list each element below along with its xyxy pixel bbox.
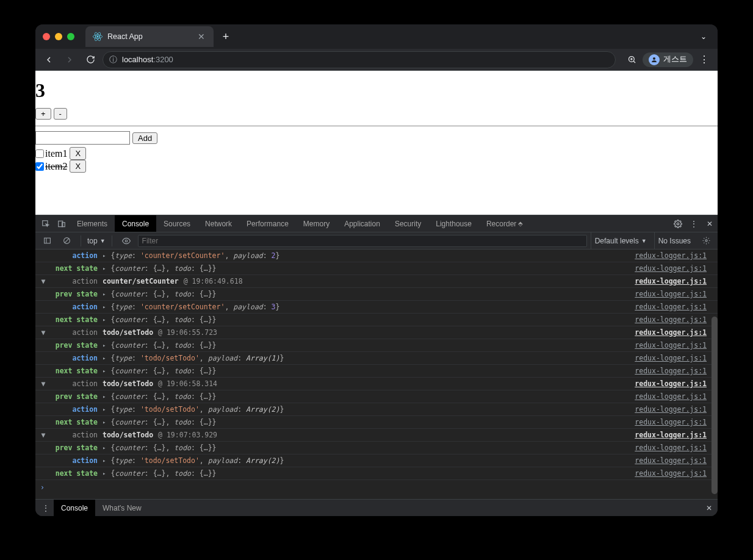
expand-icon[interactable] <box>39 454 48 467</box>
decrement-button[interactable]: - <box>54 108 67 120</box>
source-link[interactable]: redux-logger.js:1 <box>635 262 715 275</box>
remove-todo-button[interactable]: X <box>70 147 86 160</box>
expand-arrow-icon[interactable]: ▸ <box>103 262 106 275</box>
devtools-tab-memory[interactable]: Memory <box>296 215 337 232</box>
console-log-line[interactable]: prev state▸{counter: {…}, todo: {…}}redu… <box>35 288 718 301</box>
devtools-tab-sources[interactable]: Sources <box>156 215 198 232</box>
expand-icon[interactable] <box>39 416 48 428</box>
expand-arrow-icon[interactable]: ▸ <box>103 352 106 364</box>
address-bar[interactable]: ⓘ localhost:3200 <box>103 51 616 68</box>
expand-icon[interactable] <box>39 390 48 403</box>
expand-arrow-icon[interactable]: ▸ <box>103 301 106 313</box>
source-link[interactable]: redux-logger.js:1 <box>635 416 715 428</box>
browser-menu-button[interactable]: ⋮ <box>696 54 713 65</box>
source-link[interactable]: redux-logger.js:1 <box>635 275 715 287</box>
console-log-line[interactable]: next state▸{counter: {…}, todo: {…}}redu… <box>35 416 718 429</box>
forward-button[interactable] <box>61 51 78 68</box>
collapse-icon[interactable]: ▼ <box>39 378 48 390</box>
console-log-line[interactable]: ▼actiontodo/setTodo@ 19:06:58.314redux-l… <box>35 378 718 390</box>
source-link[interactable]: redux-logger.js:1 <box>635 378 715 390</box>
maximize-window-icon[interactable] <box>67 33 74 40</box>
console-log-line[interactable]: action▸{type: 'counter/setCounter', payl… <box>35 301 718 314</box>
console-prompt[interactable]: › <box>35 480 718 495</box>
devtools-tab-console[interactable]: Console <box>115 215 156 232</box>
expand-arrow-icon[interactable]: ▸ <box>103 390 106 403</box>
zoom-icon[interactable] <box>623 51 640 68</box>
expand-icon[interactable] <box>39 288 48 300</box>
expand-arrow-icon[interactable]: ▸ <box>103 365 106 377</box>
drawer-tab-what-s-new[interactable]: What's New <box>95 500 149 516</box>
console-log-line[interactable]: action▸{type: 'todo/setTodo', payload: A… <box>35 352 718 365</box>
todo-checkbox[interactable] <box>35 149 44 158</box>
expand-icon[interactable] <box>39 301 48 313</box>
source-link[interactable]: redux-logger.js:1 <box>635 365 715 377</box>
minimize-window-icon[interactable] <box>55 33 62 40</box>
close-tab-icon[interactable]: ✕ <box>196 32 206 41</box>
console-log-line[interactable]: ▼actiontodo/setTodo@ 19:07:03.929redux-l… <box>35 429 718 442</box>
drawer-close-icon[interactable]: ✕ <box>701 500 718 516</box>
devtools-tab-network[interactable]: Network <box>198 215 239 232</box>
reload-button[interactable] <box>82 51 99 68</box>
console-log-line[interactable]: next state▸{counter: {…}, todo: {…}}redu… <box>35 314 718 326</box>
source-link[interactable]: redux-logger.js:1 <box>635 339 715 351</box>
source-link[interactable]: redux-logger.js:1 <box>635 249 715 262</box>
live-expression-icon[interactable] <box>118 237 134 245</box>
expand-arrow-icon[interactable]: ▸ <box>103 403 106 415</box>
console-log-line[interactable]: prev state▸{counter: {…}, todo: {…}}redu… <box>35 339 718 352</box>
source-link[interactable]: redux-logger.js:1 <box>635 301 715 313</box>
expand-icon[interactable] <box>39 467 48 479</box>
devtools-tab-lighthouse[interactable]: Lighthouse <box>428 215 479 232</box>
clear-console-icon[interactable] <box>59 237 74 245</box>
add-todo-button[interactable]: Add <box>132 132 157 144</box>
console-log-line[interactable]: next state▸{counter: {…}, todo: {…}}redu… <box>35 262 718 275</box>
log-levels-selector[interactable]: Default levels ▼ <box>591 232 650 249</box>
console-log-line[interactable]: action▸{type: 'todo/setTodo', payload: A… <box>35 454 718 467</box>
source-link[interactable]: redux-logger.js:1 <box>635 352 715 364</box>
tabs-menu-button[interactable]: ⌄ <box>694 32 713 41</box>
console-settings-icon[interactable] <box>698 237 714 245</box>
tab-react-app[interactable]: React App ✕ <box>85 26 214 47</box>
console-filter-input[interactable] <box>138 235 587 247</box>
context-selector[interactable]: top ▼ <box>87 237 106 245</box>
source-link[interactable]: redux-logger.js:1 <box>635 314 715 326</box>
console-log-line[interactable]: ▼actiontodo/setTodo@ 19:06:55.723redux-l… <box>35 326 718 339</box>
source-link[interactable]: redux-logger.js:1 <box>635 467 715 479</box>
expand-icon[interactable] <box>39 403 48 415</box>
close-window-icon[interactable] <box>43 33 50 40</box>
site-info-icon[interactable]: ⓘ <box>109 54 117 65</box>
console-log-line[interactable]: next state▸{counter: {…}, todo: {…}}redu… <box>35 365 718 378</box>
console-log-line[interactable]: prev state▸{counter: {…}, todo: {…}}redu… <box>35 442 718 454</box>
back-button[interactable] <box>40 51 57 68</box>
source-link[interactable]: redux-logger.js:1 <box>635 429 715 441</box>
source-link[interactable]: redux-logger.js:1 <box>635 390 715 403</box>
profile-button[interactable]: 게스트 <box>643 52 693 67</box>
console-log-line[interactable]: prev state▸{counter: {…}, todo: {…}}redu… <box>35 390 718 403</box>
console-log-line[interactable]: action▸{type: 'todo/setTodo', payload: A… <box>35 403 718 416</box>
source-link[interactable]: redux-logger.js:1 <box>635 442 715 454</box>
new-tab-button[interactable]: + <box>217 28 234 45</box>
drawer-more-icon[interactable]: ⋮ <box>38 500 54 516</box>
devtools-tab-performance[interactable]: Performance <box>239 215 296 232</box>
console-sidebar-toggle-icon[interactable] <box>39 237 55 245</box>
expand-icon[interactable] <box>39 262 48 275</box>
expand-icon[interactable] <box>39 249 48 262</box>
devtools-more-icon[interactable]: ⋮ <box>686 215 702 232</box>
expand-icon[interactable] <box>39 352 48 364</box>
collapse-icon[interactable]: ▼ <box>39 326 48 339</box>
devtools-tab-security[interactable]: Security <box>387 215 428 232</box>
source-link[interactable]: redux-logger.js:1 <box>635 326 715 339</box>
todo-input[interactable] <box>35 131 130 145</box>
collapse-icon[interactable]: ▼ <box>39 429 48 441</box>
expand-icon[interactable] <box>39 314 48 326</box>
devtools-settings-icon[interactable] <box>670 215 686 232</box>
expand-arrow-icon[interactable]: ▸ <box>103 249 106 262</box>
console-log-line[interactable]: next state▸{counter: {…}, todo: {…}}redu… <box>35 467 718 480</box>
remove-todo-button[interactable]: X <box>70 160 86 173</box>
devtools-tab-application[interactable]: Application <box>337 215 387 232</box>
drawer-tab-console[interactable]: Console <box>54 500 95 516</box>
increment-button[interactable]: + <box>35 108 51 120</box>
expand-arrow-icon[interactable]: ▸ <box>103 467 106 479</box>
source-link[interactable]: redux-logger.js:1 <box>635 403 715 415</box>
console-output[interactable]: action▸{type: 'counter/setCounter', payl… <box>35 249 718 499</box>
expand-arrow-icon[interactable]: ▸ <box>103 339 106 351</box>
